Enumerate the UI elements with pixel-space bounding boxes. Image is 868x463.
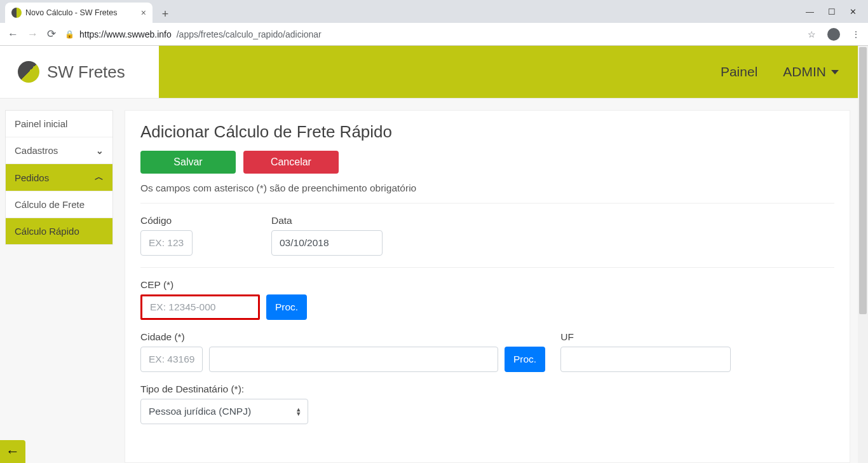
- cidade-proc-button[interactable]: Proc.: [505, 347, 545, 372]
- nav-admin-dropdown[interactable]: ADMIN: [783, 64, 839, 79]
- kebab-menu-icon[interactable]: ⋮: [851, 29, 860, 39]
- brand-logo-icon: [18, 61, 39, 83]
- cep-label: CEP (*): [140, 279, 307, 291]
- codigo-input[interactable]: [140, 230, 193, 256]
- brand-name: SW Fretes: [47, 62, 125, 82]
- tipo-destinatario-label: Tipo de Destinatário (*):: [140, 384, 308, 395]
- page-title: Adicionar Cálculo de Frete Rápido: [140, 122, 834, 142]
- chevron-up-icon: ︿: [95, 172, 104, 183]
- sidebar-item-cadastros[interactable]: Cadastros ⌄: [6, 137, 112, 164]
- caret-down-icon: [831, 70, 839, 74]
- close-window-icon[interactable]: ✕: [850, 7, 857, 17]
- tab-title: Novo Cálculo - SW Fretes: [25, 8, 117, 17]
- sidebar-item-pedidos[interactable]: Pedidos ︿: [6, 164, 112, 191]
- browser-tab[interactable]: Novo Cálculo - SW Fretes ×: [5, 3, 153, 23]
- profile-icon[interactable]: [827, 28, 840, 41]
- minimize-icon[interactable]: —: [806, 7, 814, 17]
- scrollbar-track[interactable]: [858, 46, 868, 463]
- sidebar-item-calculo-rapido[interactable]: Cálculo Rápido: [6, 218, 112, 244]
- data-input[interactable]: [271, 230, 383, 256]
- data-label: Data: [271, 215, 383, 226]
- window-controls: — ☐ ✕: [806, 0, 868, 23]
- back-icon[interactable]: ←: [8, 28, 18, 41]
- browser-toolbar: ← → ⟳ 🔒 https://www.swweb.info/apps/fret…: [0, 23, 868, 46]
- cidade-nome-input[interactable]: [209, 347, 498, 372]
- lock-icon: 🔒: [65, 30, 74, 39]
- codigo-label: Código: [140, 215, 193, 226]
- cidade-label: Cidade (*): [140, 331, 545, 343]
- maximize-icon[interactable]: ☐: [828, 7, 836, 17]
- url-host: https://www.swweb.info: [79, 29, 172, 39]
- cep-input[interactable]: [140, 294, 260, 320]
- browser-tab-strip: Novo Cálculo - SW Fretes × + — ☐ ✕: [0, 0, 868, 23]
- save-button[interactable]: Salvar: [140, 151, 236, 174]
- close-tab-icon[interactable]: ×: [141, 8, 146, 18]
- uf-input[interactable]: [560, 347, 731, 372]
- reload-icon[interactable]: ⟳: [47, 27, 56, 41]
- cep-proc-button[interactable]: Proc.: [266, 294, 307, 320]
- tipo-destinatario-select[interactable]: Pessoa jurídica (CNPJ): [140, 399, 308, 424]
- app-header: SW Fretes Painel ADMIN: [0, 46, 868, 99]
- sidebar-item-calculo-frete[interactable]: Cálculo de Frete: [6, 191, 112, 218]
- sidebar-item-label: Cadastros: [15, 145, 58, 156]
- favicon-icon: [11, 8, 22, 18]
- scrollbar-thumb[interactable]: [859, 47, 867, 314]
- sidebar: Painel inicial Cadastros ⌄ Pedidos ︿ Cál…: [5, 110, 113, 245]
- select-caret-icon: ▴▾: [297, 407, 301, 416]
- divider: [140, 203, 834, 204]
- sidebar-item-label: Pedidos: [15, 172, 49, 183]
- new-tab-button[interactable]: +: [156, 5, 174, 23]
- chevron-down-icon: ⌄: [96, 146, 104, 156]
- forward-icon[interactable]: →: [27, 28, 38, 41]
- header-banner: Painel ADMIN: [159, 46, 868, 98]
- arrow-left-icon: ←: [6, 443, 20, 460]
- sidebar-item-label: Cálculo Rápido: [15, 226, 79, 237]
- sidebar-item-painel-inicial[interactable]: Painel inicial: [6, 111, 112, 137]
- nav-painel[interactable]: Painel: [721, 64, 757, 79]
- cancel-button[interactable]: Cancelar: [243, 151, 339, 174]
- sidebar-item-label: Painel inicial: [15, 118, 67, 129]
- star-icon[interactable]: ☆: [808, 29, 816, 39]
- back-chip-button[interactable]: ←: [0, 440, 25, 463]
- uf-label: UF: [560, 331, 731, 343]
- sidebar-item-label: Cálculo de Frete: [15, 199, 85, 210]
- brand-block[interactable]: SW Fretes: [0, 46, 159, 98]
- cidade-id-input[interactable]: [140, 347, 203, 372]
- main-content: Adicionar Cálculo de Frete Rápido Salvar…: [125, 110, 850, 463]
- divider: [140, 267, 834, 268]
- required-hint: Os campos com asterisco (*) são de preen…: [140, 183, 834, 194]
- address-bar[interactable]: 🔒 https://www.swweb.info/apps/fretes/cal…: [65, 29, 322, 39]
- url-path: /apps/fretes/calculo_rapido/adicionar: [177, 29, 322, 39]
- nav-admin-label: ADMIN: [783, 64, 826, 79]
